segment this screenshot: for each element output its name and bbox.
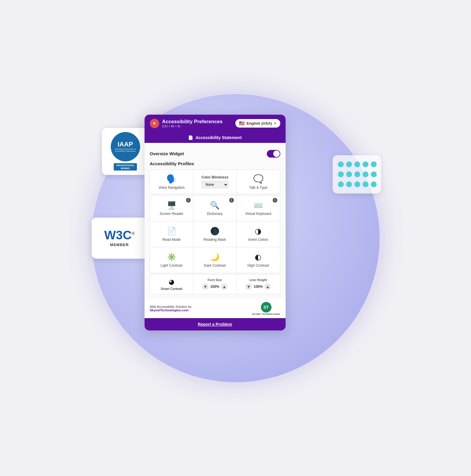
dot bbox=[354, 161, 360, 167]
line-height-increase-button[interactable]: ▲ bbox=[264, 283, 271, 290]
color-blindness-select[interactable]: None Protanopia Deuteranopia Tritanopia bbox=[202, 181, 228, 188]
smart-contrast-icon: ◕ bbox=[169, 278, 174, 286]
line-height-stepper: ▼ 100% ▲ bbox=[245, 283, 271, 290]
dots-decoration bbox=[333, 155, 381, 193]
reading-mask-icon: 🌑 bbox=[210, 227, 219, 236]
w3c-logo: W3C® bbox=[104, 229, 135, 241]
oversize-label: Oversize Widget bbox=[150, 151, 184, 156]
light-contrast-icon: ✳️ bbox=[167, 253, 176, 262]
screen-reader-cell[interactable]: i 🖥️ Screen Reader bbox=[150, 196, 193, 221]
info-badge: i bbox=[273, 198, 277, 203]
statement-bar[interactable]: 📄 Accessibility Statement bbox=[145, 132, 286, 143]
read-mode-cell[interactable]: 📄 Read Mode bbox=[150, 221, 193, 247]
dot bbox=[346, 181, 352, 187]
font-size-decrease-button[interactable]: ▼ bbox=[202, 283, 209, 290]
panel-title: Accessibility Preferences (Ctrl + Alt + … bbox=[162, 119, 223, 128]
flag-icon: 🇺🇸 bbox=[239, 121, 245, 126]
virtual-keyboard-cell[interactable]: i ⌨️ Virtual Keyboard bbox=[237, 196, 280, 221]
panel-footer: Web Accessibility Solution by SkynetTech… bbox=[145, 299, 286, 318]
accessibility-panel: × Accessibility Preferences (Ctrl + Alt … bbox=[145, 115, 286, 330]
iaap-logo-text: IAAP bbox=[118, 141, 133, 148]
chevron-down-icon: ▼ bbox=[274, 122, 277, 125]
iaap-org-badge: ORGANIZATIONAL MEMBER bbox=[114, 163, 137, 170]
top-features-row: 🗣️ Voice Navigation Color Blindness None… bbox=[150, 170, 280, 194]
dot bbox=[338, 171, 344, 177]
dictionary-cell[interactable]: i 🔍 Dictionary bbox=[193, 196, 237, 221]
iaap-badge: IAAP International Association of Access… bbox=[102, 128, 149, 175]
oversize-toggle[interactable] bbox=[267, 150, 280, 158]
footer-text: Web Accessibility Solution by SkynetTech… bbox=[150, 305, 192, 312]
info-badge: i bbox=[229, 198, 234, 203]
screen-reader-icon: 🖥️ bbox=[167, 201, 176, 210]
high-contrast-icon: ◐ bbox=[255, 253, 262, 262]
panel-body: Oversize Widget Accessibility Profiles 🗣… bbox=[145, 143, 286, 299]
iaap-circle: IAAP International Association of Access… bbox=[111, 132, 140, 161]
dot bbox=[354, 171, 360, 177]
dot bbox=[371, 181, 377, 187]
font-size-stepper: ▼ 100% ▲ bbox=[202, 283, 228, 290]
language-selector[interactable]: 🇺🇸 English (USA) ▼ bbox=[235, 119, 280, 128]
dot bbox=[363, 161, 368, 167]
panel-header-left: × Accessibility Preferences (Ctrl + Alt … bbox=[150, 119, 223, 128]
toggle-knob bbox=[273, 151, 280, 157]
light-contrast-cell[interactable]: ✳️ Light Contrast bbox=[150, 247, 193, 273]
dictionary-icon: 🔍 bbox=[210, 201, 219, 210]
talk-type-icon: 🗨️ bbox=[253, 174, 264, 184]
dark-contrast-icon: 🌙 bbox=[210, 253, 219, 262]
footer-logo-circle: ST bbox=[261, 302, 271, 313]
smart-contrast-cell[interactable]: ◕ Smart Contrast bbox=[150, 275, 193, 294]
panel-header: × Accessibility Preferences (Ctrl + Alt … bbox=[145, 115, 286, 132]
features-grid: i 🖥️ Screen Reader i 🔍 Dictionary i ⌨️ V… bbox=[150, 195, 280, 273]
invert-colors-icon: ◑ bbox=[255, 227, 262, 236]
font-size-cell: Font Size ▼ 100% ▲ bbox=[193, 275, 237, 294]
dot bbox=[338, 161, 344, 167]
dark-contrast-cell[interactable]: 🌙 Dark Contrast bbox=[193, 247, 237, 273]
bottom-controls-row: ◕ Smart Contrast Font Size ▼ 100% ▲ Line… bbox=[150, 274, 280, 294]
w3c-badge: W3C® MEMBER bbox=[92, 218, 147, 259]
talk-type-cell[interactable]: 🗨️ Talk & Type bbox=[237, 170, 280, 194]
dot bbox=[371, 161, 377, 167]
dot bbox=[363, 171, 368, 177]
scene: IAAP International Association of Access… bbox=[74, 76, 397, 400]
voice-navigation-cell[interactable]: 🗣️ Voice Navigation bbox=[150, 170, 194, 194]
read-mode-icon: 📄 bbox=[167, 227, 176, 236]
iaap-sub-text: International Association of Accessibili… bbox=[111, 148, 140, 152]
font-size-increase-button[interactable]: ▲ bbox=[221, 283, 227, 290]
oversize-row: Oversize Widget bbox=[150, 148, 280, 161]
w3c-member-label: MEMBER bbox=[110, 243, 129, 247]
dot bbox=[346, 161, 352, 167]
voice-navigation-icon: 🗣️ bbox=[166, 174, 177, 184]
line-height-decrease-button[interactable]: ▼ bbox=[245, 283, 252, 290]
line-height-cell: Line Height ▼ 100% ▲ bbox=[237, 275, 280, 294]
footer-logo: ST SKYNET TECHNOLOGIES bbox=[252, 302, 280, 315]
dot bbox=[354, 181, 360, 187]
profiles-label: Accessibility Profiles bbox=[150, 161, 280, 166]
high-contrast-cell[interactable]: ◐ High Contrast bbox=[237, 247, 280, 273]
dot bbox=[338, 181, 344, 187]
virtual-keyboard-icon: ⌨️ bbox=[254, 201, 263, 210]
dot bbox=[363, 181, 368, 187]
close-button[interactable]: × bbox=[150, 119, 159, 128]
info-badge: i bbox=[186, 198, 191, 203]
dot bbox=[346, 171, 352, 177]
report-bar[interactable]: Report a Problem bbox=[145, 318, 286, 330]
footer-link[interactable]: SkynetTechnologies.com bbox=[150, 308, 189, 312]
color-blindness-cell: Color Blindness None Protanopia Deuteran… bbox=[193, 170, 237, 194]
dot bbox=[371, 171, 377, 177]
document-icon: 📄 bbox=[188, 135, 193, 140]
reading-mask-cell[interactable]: 🌑 Reading Mask bbox=[193, 221, 237, 247]
invert-colors-cell[interactable]: ◑ Invert Colors bbox=[237, 221, 280, 247]
